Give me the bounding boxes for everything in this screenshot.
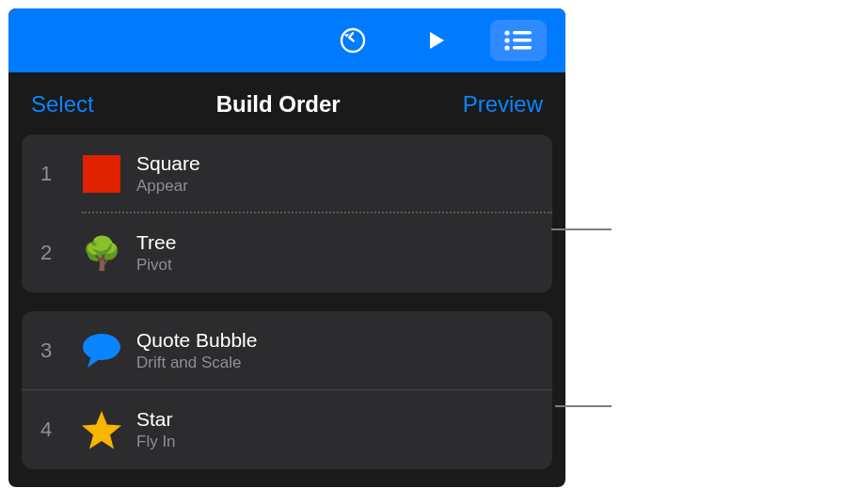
star-icon xyxy=(80,408,123,451)
build-number: 2 xyxy=(25,241,67,265)
build-item-name: Square xyxy=(136,152,200,175)
build-item[interactable]: 3 Quote Bubble Drift and Scale xyxy=(22,311,552,390)
build-group-1: 1 Square Appear 2 🌳 Tree Pivot xyxy=(22,134,552,292)
undo-icon xyxy=(339,26,367,55)
svg-point-1 xyxy=(504,30,509,35)
build-item-effect: Pivot xyxy=(136,256,176,275)
build-item[interactable]: 1 Square Appear xyxy=(22,134,552,213)
play-icon xyxy=(423,28,448,53)
speech-bubble-icon xyxy=(80,329,123,372)
build-item-name: Quote Bubble xyxy=(136,329,257,352)
build-item-name: Star xyxy=(136,408,176,431)
build-number: 1 xyxy=(25,162,67,186)
svg-rect-4 xyxy=(513,39,532,42)
svg-point-3 xyxy=(504,38,509,42)
undo-button[interactable] xyxy=(325,20,381,61)
build-group-2: 3 Quote Bubble Drift and Scale 4 xyxy=(22,311,552,469)
build-list: 1 Square Appear 2 🌳 Tree Pivot xyxy=(8,134,565,469)
build-number: 4 xyxy=(25,417,67,442)
svg-rect-6 xyxy=(513,46,532,50)
subheader: Select Build Order Preview xyxy=(8,72,565,134)
preview-button[interactable]: Preview xyxy=(463,91,543,118)
play-button[interactable] xyxy=(407,20,464,61)
select-button[interactable]: Select xyxy=(31,91,94,118)
build-number: 3 xyxy=(25,339,67,363)
svg-point-5 xyxy=(504,45,509,50)
toolbar xyxy=(8,8,565,72)
build-item[interactable]: 2 🌳 Tree Pivot xyxy=(22,213,552,292)
build-item-effect: Fly In xyxy=(136,433,176,451)
square-icon xyxy=(80,152,123,196)
svg-point-7 xyxy=(83,334,120,360)
build-order-panel: Select Build Order Preview 1 Square Appe… xyxy=(8,8,565,487)
build-item-effect: Drift and Scale xyxy=(136,354,257,372)
list-icon xyxy=(502,28,534,53)
build-item-name: Tree xyxy=(136,231,176,254)
tree-icon: 🌳 xyxy=(80,231,123,275)
build-item-effect: Appear xyxy=(136,177,200,196)
animation-list-button[interactable] xyxy=(490,20,547,61)
callout-line xyxy=(555,405,612,407)
callout-line xyxy=(551,228,612,230)
panel-title: Build Order xyxy=(216,91,341,118)
svg-rect-2 xyxy=(513,31,532,35)
build-item[interactable]: 4 Star Fly In xyxy=(22,390,552,469)
